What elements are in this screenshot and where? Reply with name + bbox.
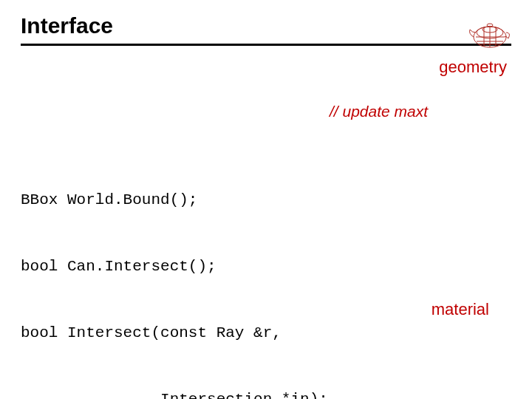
code-line: bool Can.Intersect(); xyxy=(21,256,511,278)
page-title: Interface xyxy=(21,13,511,38)
teapot-icon xyxy=(466,16,511,50)
annotation-update: // update maxt xyxy=(330,100,428,123)
code-line: BBox World.Bound(); xyxy=(21,189,511,211)
svg-point-3 xyxy=(487,24,493,27)
code-body: geometry // update maxt material BBox Wo… xyxy=(21,56,511,399)
code-line: bool Intersect(const Ray &r, xyxy=(21,322,511,344)
title-rule xyxy=(21,44,511,46)
teapot-logo xyxy=(466,16,511,50)
annotation-geometry: geometry xyxy=(439,56,507,78)
slide-root: Interface geometry // update maxt materi… xyxy=(0,0,532,399)
code-line: Intersection *in); xyxy=(21,389,511,399)
annotation-material: material xyxy=(432,299,489,321)
